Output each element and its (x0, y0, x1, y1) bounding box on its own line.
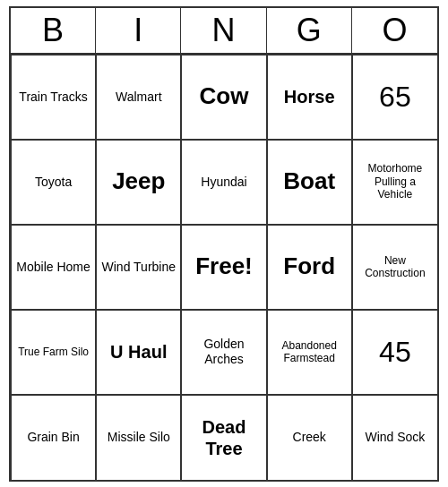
bingo-grid: Train TracksWalmartCowHorse65ToyotaJeepH… (11, 55, 437, 480)
bingo-cell-21: Missile Silo (96, 395, 181, 480)
bingo-cell-18: Abandoned Farmstead (267, 310, 352, 395)
header-letter-o: O (352, 8, 437, 53)
header-letter-b: B (11, 8, 96, 53)
bingo-cell-12: Free! (181, 225, 266, 310)
bingo-cell-3: Horse (267, 55, 352, 140)
bingo-cell-24: Wind Sock (352, 395, 437, 480)
bingo-cell-17: Golden Arches (181, 310, 266, 395)
bingo-cell-8: Boat (267, 140, 352, 225)
bingo-cell-5: Toyota (11, 140, 96, 225)
bingo-cell-13: Ford (267, 225, 352, 310)
bingo-cell-0: Train Tracks (11, 55, 96, 140)
bingo-cell-22: Dead Tree (181, 395, 266, 480)
header-letter-i: I (96, 8, 181, 53)
bingo-cell-14: New Construction (352, 225, 437, 310)
bingo-cell-2: Cow (181, 55, 266, 140)
bingo-cell-11: Wind Turbine (96, 225, 181, 310)
bingo-cell-23: Creek (267, 395, 352, 480)
bingo-cell-19: 45 (352, 310, 437, 395)
bingo-cell-7: Hyundai (181, 140, 266, 225)
bingo-cell-4: 65 (352, 55, 437, 140)
bingo-cell-9: Motorhome Pulling a Vehicle (352, 140, 437, 225)
bingo-cell-1: Walmart (96, 55, 181, 140)
bingo-card: BINGO Train TracksWalmartCowHorse65Toyot… (9, 6, 439, 482)
bingo-cell-10: Mobile Home (11, 225, 96, 310)
header-letter-g: G (267, 8, 352, 53)
bingo-cell-16: U Haul (96, 310, 181, 395)
bingo-cell-15: True Farm Silo (11, 310, 96, 395)
bingo-cell-20: Grain Bin (11, 395, 96, 480)
bingo-header: BINGO (11, 8, 437, 55)
bingo-cell-6: Jeep (96, 140, 181, 225)
header-letter-n: N (181, 8, 266, 53)
